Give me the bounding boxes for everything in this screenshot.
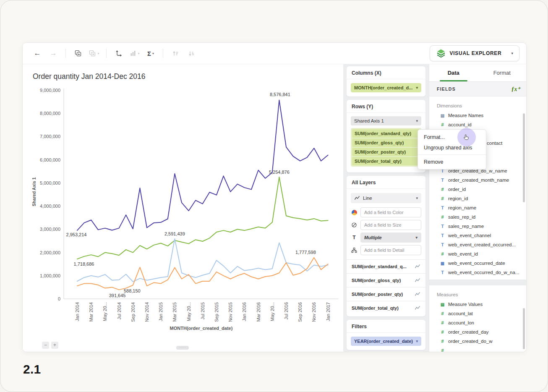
line-chart-icon (354, 195, 360, 201)
field-label: order_created_day (448, 329, 489, 335)
scrollbar-thumb[interactable] (523, 113, 525, 202)
detail-dropzone[interactable]: Add a field to Detail (360, 245, 421, 255)
svg-text:Sep 2015: Sep 2015 (214, 302, 219, 322)
dimension-field-item[interactable]: T region_name (429, 203, 526, 212)
dimension-field-item[interactable]: # web_event_id (429, 249, 526, 259)
measure-field-item[interactable]: # account_lat (429, 309, 526, 318)
svg-text:Sep 2014: Sep 2014 (130, 302, 136, 322)
dimension-field-item[interactable]: T sales_rep_name (429, 222, 526, 231)
rows-shelf-pill[interactable]: SUM(order_gloss_qty) (352, 139, 420, 147)
filters-shelf: Filters YEAR(order_created_date) ▾ (347, 320, 425, 350)
text-dropzone[interactable]: Multiple ▾ (360, 233, 421, 243)
sort-descending-icon[interactable] (186, 47, 197, 60)
size-icon (351, 222, 358, 228)
svg-text:Jul 2014: Jul 2014 (117, 302, 122, 320)
back-icon[interactable]: ← (32, 47, 43, 60)
caret-down-icon: ▾ (152, 52, 154, 55)
svg-text:Jan 2016: Jan 2016 (242, 302, 247, 321)
sort-fields-icon[interactable]: ▾ (129, 47, 140, 60)
scrollbar-thumb[interactable] (523, 308, 525, 349)
svg-text:Jan 2017: Jan 2017 (326, 302, 331, 321)
page-frame: ← → ▾ ▾ Σ ▾ (0, 0, 548, 392)
shared-axis-select[interactable]: Shared Axis 1 ▾ (351, 116, 421, 125)
dimension-field-item[interactable]: ▤ Measure Names (429, 111, 526, 120)
dimension-field-item[interactable]: T web_event_occurred_do_w_na... (429, 268, 526, 277)
field-label: sales_rep_name (448, 224, 484, 229)
dimension-field-item[interactable]: # order_id (429, 185, 526, 194)
measure-field-item[interactable]: # (429, 346, 526, 352)
aggregate-sigma-icon[interactable]: Σ ▾ (145, 47, 156, 60)
svg-text:Mar 2015: Mar 2015 (172, 302, 177, 321)
dimension-field-item[interactable]: ▦ web_event_occurred_date (429, 259, 526, 268)
visual-explorer-label: VISUAL EXPLORER (450, 50, 502, 56)
measure-field-item[interactable]: # order_created_do_w (429, 337, 526, 346)
field-label: Measure Values (448, 302, 483, 307)
sort-ascending-icon[interactable] (170, 47, 181, 60)
layer-measures-list: SUM(order_standard_q... SUM(order_gloss_… (347, 259, 425, 315)
caret-down-icon: ▾ (97, 52, 99, 55)
size-dropzone[interactable]: Add a field to Size (360, 220, 421, 230)
dimension-field-item[interactable]: T web_event_created_occurred... (429, 240, 526, 249)
shared-axis-pills: SUM(order_standard_qty) SUM(order_gloss_… (351, 128, 421, 167)
color-dropzone[interactable]: Add a field to Color (360, 207, 421, 217)
clear-worksheet-icon[interactable]: ▾ (89, 47, 99, 60)
dimension-field-item[interactable]: T web_event_channel (429, 231, 526, 240)
pill-label: MONTH(order_created_d... (354, 85, 412, 90)
dimension-field-item[interactable]: # region_id (429, 194, 526, 203)
chart-zoom-controls: − + (42, 342, 58, 349)
columns-shelf-pill[interactable]: MONTH(order_created_d... ▾ (351, 83, 421, 92)
rows-shelf-pill[interactable]: SUM(order_total_qty) (352, 157, 420, 165)
field-type-icon: # (439, 214, 446, 220)
color-drop-row: Add a field to Color (351, 207, 421, 217)
dimension-field-item[interactable]: # account_id (429, 120, 526, 129)
layer-measure-row[interactable]: SUM(order_total_qty) (347, 301, 425, 315)
size-drop-row: Add a field to Size (351, 220, 421, 230)
add-calculated-field-icon[interactable]: ƒx⁺ (511, 86, 520, 93)
all-layers-title: All Layers (347, 176, 425, 189)
svg-text:8,000,000: 8,000,000 (40, 111, 60, 116)
visual-explorer-menu-button[interactable]: VISUAL EXPLORER ▾ (430, 45, 519, 61)
dimension-field-item[interactable]: # sales_rep_id (429, 212, 526, 222)
layer-measure-row[interactable]: SUM(order_poster_qty) (347, 287, 425, 301)
field-type-icon: # (439, 311, 446, 316)
measure-field-item[interactable]: # order_created_day (429, 327, 526, 337)
measures-section-label: Measures (429, 285, 526, 300)
shared-axis-context-menu: Format... Ungroup shared axis Remove (418, 129, 486, 170)
measure-field-item[interactable]: # account_lon (429, 318, 526, 327)
svg-text:1,718,686: 1,718,686 (74, 261, 94, 267)
field-label: account_id (448, 122, 472, 127)
measures-list: ▤ Measure Values # account_lat # account… (429, 300, 526, 352)
rows-shelf-pill[interactable]: SUM(order_standard_qty) (352, 129, 420, 138)
layer-measure-row[interactable]: SUM(order_gloss_qty) (347, 274, 425, 287)
mark-type-select[interactable]: Line ▾ (351, 193, 421, 203)
horizontal-scroll-handle[interactable]: ····· (176, 346, 189, 350)
svg-text:9,000,000: 9,000,000 (40, 88, 60, 93)
mark-type-label: Line (363, 196, 372, 201)
caret-down-icon: ▾ (138, 52, 139, 55)
svg-text:2,000,000: 2,000,000 (40, 250, 60, 255)
field-label: account_lon (448, 320, 474, 325)
fields-panel: Data Format FIELDS ƒx⁺ Dimensions ▤ Meas… (429, 64, 526, 352)
measure-field-item[interactable]: ▤ Measure Values (429, 300, 526, 309)
svg-text:588,150: 588,150 (124, 288, 141, 293)
duplicate-worksheet-icon[interactable] (73, 47, 84, 60)
rows-shelf-pill[interactable]: SUM(order_poster_qty) (352, 148, 420, 156)
tab-data[interactable]: Data (429, 64, 478, 81)
filters-shelf-pill[interactable]: YEAR(order_created_date) ▾ (351, 337, 421, 346)
zoom-in-button[interactable]: + (51, 342, 58, 349)
svg-text:0: 0 (58, 296, 60, 301)
menu-item-ungroup-shared-axis[interactable]: Ungroup shared axis (418, 142, 486, 153)
menu-item-remove[interactable]: Remove (418, 157, 486, 167)
svg-text:Sep 2016: Sep 2016 (297, 302, 303, 322)
dimension-field-item[interactable]: T order_created_month_name (429, 175, 526, 185)
field-type-icon: # (439, 320, 446, 325)
zoom-out-button[interactable]: − (42, 342, 49, 349)
swap-axes-icon[interactable] (113, 47, 124, 60)
menu-item-format[interactable]: Format... (418, 132, 486, 142)
forward-icon[interactable]: → (48, 47, 59, 60)
layer-measure-row[interactable]: SUM(order_standard_q... (347, 260, 425, 274)
text-drop-row: T Multiple ▾ (351, 233, 421, 243)
filters-shelf-title: Filters (347, 320, 425, 333)
text-icon: T (351, 235, 358, 240)
tab-format[interactable]: Format (478, 64, 527, 81)
